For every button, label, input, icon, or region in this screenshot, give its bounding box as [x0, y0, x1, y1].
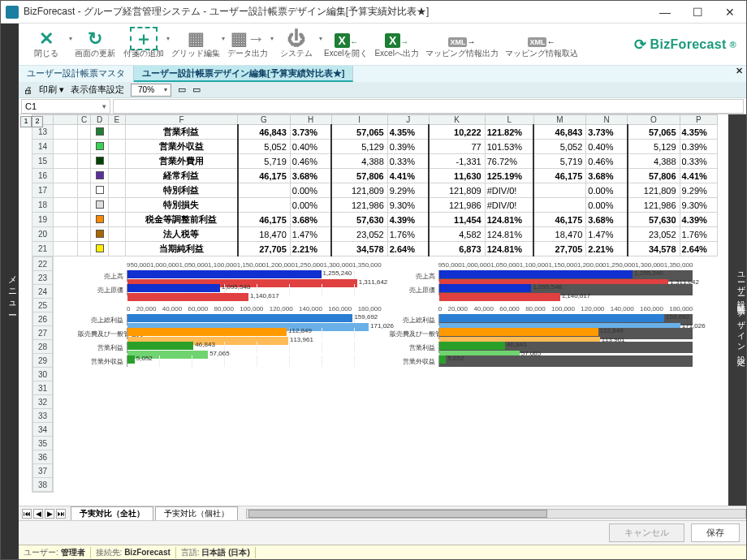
toolbar-icon: X← — [335, 30, 358, 48]
chart-value: 1,095,548 — [533, 283, 562, 291]
name-box-value: C1 — [25, 101, 37, 111]
left-menu[interactable]: メニュー — [1, 24, 19, 559]
toolbar-付箋の追加[interactable]: ＋付箋の追加▾ — [121, 28, 166, 61]
chart-bar — [439, 355, 447, 364]
close-button[interactable]: ✕ — [714, 1, 746, 23]
row-header[interactable]: 15 — [32, 154, 54, 169]
sub-toolbar: 🖨 印刷 ▾ 表示倍率設定 ▾ ▭ ▭ — [19, 82, 746, 98]
tool-icon-1[interactable]: ▭ — [178, 84, 186, 95]
chart-category: 売上原価 — [78, 286, 127, 295]
toolbar-グリッド編集[interactable]: ▦グリッド編集▾ — [170, 28, 222, 61]
print-icon[interactable]: 🖨 — [24, 85, 32, 95]
toolbar-画面の更新[interactable]: ↻画面の更新 — [72, 28, 118, 61]
tool-icon-2[interactable]: ▭ — [192, 84, 201, 95]
zoom-box[interactable]: ▾ — [131, 84, 171, 97]
row-label[interactable]: 特別損失 — [125, 198, 237, 213]
save-button[interactable]: 保存 — [691, 523, 740, 542]
row-label[interactable]: 営業利益 — [125, 125, 237, 140]
sheet-tab[interactable]: 予実対比（全社） — [71, 506, 153, 520]
toolbar-label: グリッド編集 — [171, 48, 220, 59]
chart-value: 112,849 — [288, 327, 312, 334]
chart-category: 営業外収益 — [78, 357, 127, 366]
cancel-button[interactable]: キャンセル — [609, 523, 684, 542]
toolbar-マッピング情報取込[interactable]: XML←マッピング情報取込 — [503, 28, 580, 61]
bottom-bar: キャンセル 保存 — [19, 520, 746, 545]
row-header[interactable]: 19 — [32, 213, 54, 227]
formula-bar-row: C1 ▾ — [19, 98, 746, 114]
zoom-input[interactable] — [132, 85, 161, 94]
toolbar-データ出力[interactable]: ▦→データ出力▾ — [225, 28, 270, 61]
row-header[interactable]: 16 — [32, 169, 54, 183]
chart: 950,0001,000,0001,050,0001,100,0001,150,… — [390, 261, 693, 297]
row-label[interactable]: 特別利益 — [125, 183, 237, 198]
sheet-tab[interactable]: 予実対比（個社） — [155, 506, 238, 520]
status-lang: 日本語 (日本) — [201, 548, 249, 557]
formula-bar[interactable] — [113, 99, 744, 114]
chart-category: 営業利益 — [390, 343, 438, 352]
chart-bar — [439, 293, 560, 301]
chart-bar — [127, 355, 135, 364]
sheet-nav[interactable]: ◀ — [33, 509, 43, 519]
toolbar-icon: XML← — [528, 30, 555, 48]
zoom-label: 表示倍率設定 — [71, 84, 124, 96]
toolbar-label: システム — [280, 48, 313, 59]
toolbar-マッピング情報出力[interactable]: XML→マッピング情報出力 — [424, 28, 500, 61]
minimize-button[interactable]: — — [649, 1, 681, 23]
toolbar-icon: X→ — [385, 30, 408, 48]
chart-category: 売上高 — [78, 272, 127, 281]
doc-tabs: ユーザー設計帳票マスタユーザー設計帳票デザイン編集[予算実績対比表★]✕ — [19, 66, 746, 82]
toolbar-label: 画面の更新 — [75, 48, 115, 59]
toolbar-閉じる[interactable]: ✕閉じる▾ — [24, 28, 69, 61]
toolbar-label: データ出力 — [227, 48, 268, 59]
spreadsheet[interactable]: 1 2 CDEFGHIJKLMNOP13営業利益46,8433.73%57,06… — [19, 114, 728, 506]
sheet-tab-bar: ⏮◀▶⏭予実対比（全社）予実対比（個社） — [19, 506, 746, 520]
toolbar-Excelへ出力[interactable]: X→Excelへ出力 — [373, 28, 420, 61]
name-box[interactable]: C1 ▾ — [21, 99, 110, 114]
color-marker — [96, 200, 104, 209]
chart-value: 1,140,617 — [250, 292, 279, 299]
chart-bar — [127, 342, 193, 350]
row-label[interactable]: 営業外収益 — [125, 140, 237, 154]
toolbar-icon: ↻ — [88, 30, 102, 48]
color-marker — [96, 230, 104, 238]
toolbar: ✕閉じる▾↻画面の更新＋付箋の追加▾▦グリッド編集▾▦→データ出力▾⏻システム▾… — [19, 24, 746, 66]
toolbar-システム[interactable]: ⏻システム▾ — [274, 28, 319, 61]
chart-value: 46,843 — [507, 341, 526, 348]
row-header[interactable]: 20 — [32, 227, 54, 242]
right-sidebar[interactable]: ユーザー設計帳票デザイン設定 — [728, 114, 746, 506]
doc-tab[interactable]: ユーザー設計帳票デザイン編集[予算実績対比表★] — [134, 66, 353, 82]
app-icon — [6, 6, 19, 19]
print-menu[interactable]: 印刷 ▾ — [39, 84, 64, 96]
row-header[interactable]: 21 — [32, 242, 54, 256]
row-header[interactable]: 14 — [32, 140, 54, 154]
status-user-label: ユーザー: — [24, 548, 58, 557]
chart-value: 1,255,240 — [634, 269, 663, 277]
status-user: 管理者 — [61, 548, 85, 557]
app-window: BizForecast - グループ経営管理システム - ユーザー設計帳票デザイ… — [0, 0, 747, 560]
sheet-nav[interactable]: ⏭ — [56, 509, 66, 519]
maximize-button[interactable]: ☐ — [681, 1, 714, 23]
h-scrollbar[interactable] — [246, 509, 746, 519]
zoom-down-icon[interactable]: ▾ — [161, 86, 171, 93]
color-marker — [96, 157, 104, 165]
row-label[interactable]: 法人税等 — [125, 227, 237, 242]
chart-bar — [439, 284, 532, 292]
outline-1[interactable]: 1 — [20, 116, 32, 127]
row-label[interactable]: 当期純利益 — [125, 242, 237, 256]
row-header[interactable]: 18 — [32, 198, 54, 213]
sheet-nav[interactable]: ⏮ — [22, 509, 32, 519]
status-lang-label: 言語: — [181, 548, 200, 557]
row-label[interactable]: 経常利益 — [125, 169, 237, 183]
sheet-nav[interactable]: ▶ — [45, 509, 54, 519]
row-header[interactable]: 17 — [32, 183, 54, 198]
row-label[interactable]: 税金等調整前利益 — [125, 213, 237, 227]
name-box-dropdown-icon[interactable]: ▾ — [102, 102, 106, 110]
doc-tab[interactable]: ユーザー設計帳票マスタ — [19, 66, 134, 82]
row-label[interactable]: 営業外費用 — [125, 154, 237, 169]
chart-value: 1,095,548 — [222, 283, 251, 291]
status-conn-label: 接続先: — [96, 548, 123, 557]
chart-bar — [127, 314, 352, 322]
outline-2[interactable]: 2 — [32, 116, 43, 127]
toolbar-Excelを開く[interactable]: X←Excelを開く — [322, 28, 369, 61]
tab-close-icon[interactable]: ✕ — [732, 66, 746, 82]
